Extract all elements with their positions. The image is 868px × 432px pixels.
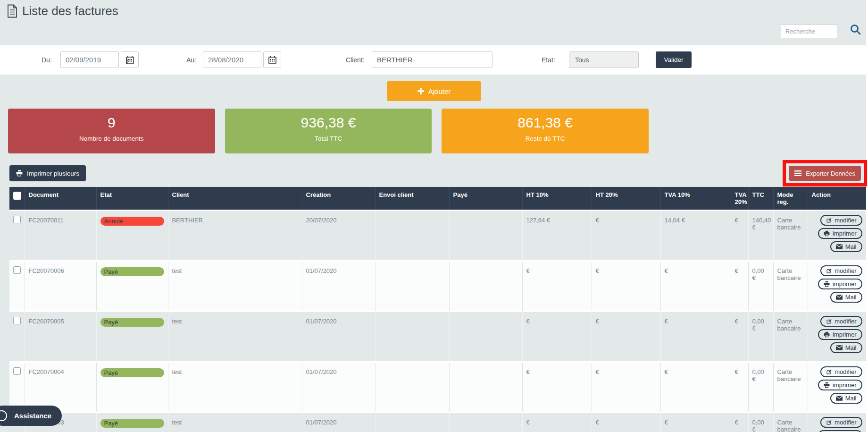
select-all-checkbox[interactable] bbox=[13, 192, 21, 200]
column-header-envoi-client: Envoi client bbox=[375, 187, 449, 211]
cell-client: BERTHIER bbox=[168, 211, 302, 261]
column-header-creation: Création bbox=[302, 187, 375, 211]
ajouter-row: Ajouter bbox=[0, 75, 868, 103]
column-header-action: Action bbox=[808, 187, 866, 211]
edit-icon bbox=[826, 319, 832, 324]
assistance-button[interactable]: Assistance bbox=[0, 406, 62, 426]
client-input[interactable] bbox=[372, 51, 492, 68]
cell-ttc: 140,40 € bbox=[748, 211, 773, 261]
cell-client: test bbox=[168, 413, 302, 432]
header-cell-checkbox bbox=[9, 187, 25, 211]
cell-etat: Payé bbox=[96, 312, 168, 362]
imprimer-plusieurs-label: Imprimer plusieurs bbox=[27, 170, 79, 177]
cell-client: test bbox=[168, 312, 302, 362]
cell-checkbox bbox=[9, 312, 25, 362]
row-checkbox[interactable] bbox=[13, 367, 21, 375]
mail-button[interactable]: Mail bbox=[830, 393, 862, 404]
modifier-button[interactable]: modifier bbox=[820, 366, 862, 377]
stat-label: Total TTC bbox=[225, 135, 432, 142]
modifier-button[interactable]: modifier bbox=[820, 215, 862, 226]
search-input[interactable] bbox=[781, 25, 837, 38]
row-checkbox[interactable] bbox=[13, 216, 21, 223]
imprimer-button[interactable]: imprimer bbox=[818, 228, 862, 239]
cell-actions: modifierimprimerMail bbox=[808, 211, 866, 261]
mail-button[interactable]: Mail bbox=[830, 241, 862, 252]
table-row: FC20070003Payétest01/07/2020€€€€0,00 €Ca… bbox=[9, 413, 866, 432]
cell-creation: 01/07/2020 bbox=[302, 413, 375, 432]
stat-value: 936,38 € bbox=[225, 115, 432, 131]
action-button-label: modifier bbox=[835, 318, 856, 325]
status-badge: Payé bbox=[100, 267, 164, 276]
mail-icon bbox=[836, 396, 843, 401]
cell-ht20: € bbox=[592, 211, 660, 261]
action-button-label: modifier bbox=[835, 419, 856, 426]
action-button-label: Mail bbox=[845, 395, 857, 402]
mail-button[interactable]: Mail bbox=[830, 292, 862, 303]
mail-icon bbox=[836, 295, 843, 300]
cell-tva10: 14,04 € bbox=[660, 211, 731, 261]
imprimer-button[interactable]: imprimer bbox=[818, 279, 862, 289]
date-from-input[interactable] bbox=[60, 51, 119, 68]
mail-icon bbox=[836, 244, 843, 249]
cell-ht10: € bbox=[522, 261, 592, 312]
au-label: Au: bbox=[186, 56, 196, 64]
cell-tva20: € bbox=[731, 261, 748, 312]
stat-label: Reste dû TTC bbox=[442, 135, 649, 142]
cell-checkbox bbox=[9, 261, 25, 312]
mail-button[interactable]: Mail bbox=[830, 342, 862, 353]
action-button-label: Mail bbox=[845, 243, 857, 250]
cell-creation: 01/07/2020 bbox=[302, 261, 375, 312]
date-to-input[interactable] bbox=[203, 51, 261, 68]
print-icon bbox=[824, 382, 830, 388]
topbar: Liste des factures bbox=[0, 0, 868, 45]
cell-envoi-client bbox=[375, 261, 449, 312]
exporter-donnees-button[interactable]: Exporter Données bbox=[789, 166, 861, 181]
imprimer-button[interactable]: imprimer bbox=[818, 329, 862, 340]
cell-creation: 01/07/2020 bbox=[302, 312, 375, 362]
print-icon bbox=[824, 230, 830, 237]
search-icon[interactable] bbox=[849, 23, 862, 38]
action-button-label: Mail bbox=[845, 344, 857, 351]
cell-tva10: € bbox=[660, 413, 731, 432]
cell-tva10: € bbox=[660, 261, 731, 312]
modifier-button[interactable]: modifier bbox=[820, 316, 862, 327]
print-icon bbox=[824, 331, 830, 338]
calendar-icon[interactable] bbox=[263, 51, 281, 68]
filter-bar: Du: Au: Client: Etat: Tous Valider bbox=[0, 45, 868, 75]
cell-paye bbox=[449, 261, 522, 312]
imprimer-button[interactable]: imprimer bbox=[818, 380, 862, 390]
cell-ttc: 0,00 € bbox=[748, 261, 773, 312]
stat-card: 9 Nombre de documents bbox=[8, 109, 215, 153]
row-checkbox[interactable] bbox=[13, 266, 21, 274]
modifier-button[interactable]: modifier bbox=[820, 265, 862, 276]
action-button-label: modifier bbox=[835, 368, 856, 375]
ajouter-button[interactable]: Ajouter bbox=[387, 81, 481, 101]
imprimer-button[interactable]: imprimer bbox=[818, 430, 862, 432]
cell-mode-reg: Carte bancaire bbox=[773, 312, 808, 362]
export-highlight-box: Exporter Données bbox=[783, 160, 867, 186]
cell-paye bbox=[449, 312, 522, 362]
column-header-ht-10: HT 10% bbox=[522, 187, 592, 211]
cell-etat: Payé bbox=[96, 362, 168, 413]
calendar-icon[interactable] bbox=[121, 51, 139, 68]
column-header-tva-20: TVA 20% bbox=[731, 187, 748, 211]
page-title-text: Liste des factures bbox=[22, 4, 118, 18]
list-icon bbox=[794, 170, 801, 176]
print-icon bbox=[824, 281, 830, 287]
edit-icon bbox=[826, 369, 832, 375]
cell-ttc: 0,00 € bbox=[748, 312, 773, 362]
etat-label: Etat: bbox=[542, 56, 555, 64]
etat-select[interactable]: Tous bbox=[569, 51, 639, 68]
cell-mode-reg: Carte bancaire bbox=[773, 413, 808, 432]
imprimer-plusieurs-button[interactable]: Imprimer plusieurs bbox=[9, 165, 86, 181]
status-badge: Annulé bbox=[100, 217, 164, 226]
modifier-button[interactable]: modifier bbox=[820, 417, 862, 428]
mail-icon bbox=[836, 345, 843, 350]
scroll-gutter bbox=[866, 0, 868, 432]
row-checkbox[interactable] bbox=[13, 317, 21, 324]
table-toolbar: Imprimer plusieurs Exporter Données bbox=[0, 164, 868, 186]
cell-mode-reg: Carte bancaire bbox=[773, 261, 808, 312]
valider-button[interactable]: Valider bbox=[656, 51, 692, 68]
stats-row: 9 Nombre de documents 936,38 € Total TTC… bbox=[8, 109, 649, 153]
stat-card: 861,38 € Reste dû TTC bbox=[442, 109, 649, 153]
